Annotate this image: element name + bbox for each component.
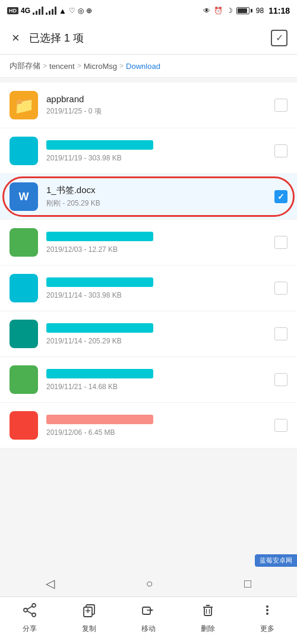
- file-icon-green-2: [10, 365, 38, 394]
- sep-1: >: [77, 62, 81, 70]
- battery-percent: 98: [256, 7, 264, 15]
- svg-rect-9: [143, 607, 150, 614]
- share-label: 分享: [23, 624, 37, 634]
- delete-label: 删除: [201, 624, 215, 634]
- sep-0: >: [43, 62, 47, 70]
- file-icon-green: [10, 228, 38, 257]
- select-all-icon: ✓: [276, 32, 283, 43]
- file-meta: 2019/11/14 - 303.98 KB: [46, 291, 274, 299]
- nav-recents-button[interactable]: □: [235, 573, 261, 594]
- blurred-name: [46, 323, 153, 333]
- svg-point-16: [266, 605, 268, 608]
- file-checkbox[interactable]: [274, 419, 287, 432]
- nav-bar: ◁ ○ □: [0, 570, 297, 596]
- move-label: 移动: [141, 624, 156, 634]
- battery-icon: [236, 7, 252, 14]
- list-item[interactable]: 2019/11/19 - 303.98 KB: [0, 128, 297, 174]
- copy-label: 复制: [82, 624, 96, 634]
- file-info: 1_书签.docx 刚刚 - 205.29 KB: [46, 185, 274, 209]
- delete-icon: [200, 602, 216, 621]
- eye-icon: 👁: [203, 7, 210, 15]
- more-label: 更多: [260, 624, 274, 634]
- breadcrumb-item-2[interactable]: MicroMsg: [84, 62, 117, 71]
- file-checkbox[interactable]: [274, 373, 287, 386]
- blurred-name: [46, 140, 153, 150]
- close-button[interactable]: ×: [10, 28, 22, 48]
- svg-point-17: [266, 609, 268, 611]
- nav-home-button[interactable]: ○: [136, 573, 162, 594]
- signal-bars-2: [46, 7, 56, 15]
- file-checkbox[interactable]: [274, 282, 287, 295]
- extra-icon: ◎: [78, 7, 84, 15]
- sep-2: >: [119, 62, 124, 70]
- list-item[interactable]: 2019/11/14 - 303.98 KB: [0, 266, 297, 311]
- file-icon-cyan: [10, 137, 38, 165]
- breadcrumb-item-1[interactable]: tencent: [49, 62, 75, 71]
- more-icon: [260, 602, 275, 621]
- list-item[interactable]: W 1_书签.docx 刚刚 - 205.29 KB: [0, 174, 297, 220]
- file-name: 1_书签.docx: [46, 185, 274, 196]
- list-item[interactable]: 📁 appbrand 2019/11/25 - 0 项: [0, 83, 297, 128]
- svg-point-0: [32, 604, 36, 607]
- file-meta: 刚刚 - 205.29 KB: [46, 198, 274, 209]
- file-info: 2019/11/14 - 205.29 KB: [46, 323, 274, 345]
- svg-line-3: [27, 607, 32, 610]
- file-checkbox[interactable]: [274, 144, 287, 157]
- file-name-blurred-container: [46, 323, 274, 334]
- status-right: 👁 ⏰ ☽ 98 11:18: [203, 6, 290, 15]
- select-all-button[interactable]: ✓: [271, 30, 287, 46]
- share-icon: [22, 602, 37, 621]
- breadcrumb-item-3[interactable]: Download: [126, 62, 160, 71]
- file-meta: 2019/12/03 - 12.27 KB: [46, 245, 274, 254]
- file-meta: 2019/12/06 - 6.45 MB: [46, 428, 274, 437]
- list-item[interactable]: 2019/11/14 - 205.29 KB: [0, 311, 297, 357]
- file-meta: 2019/11/19 - 303.98 KB: [46, 154, 274, 162]
- network-type: 4G: [21, 7, 30, 15]
- move-icon: [141, 602, 156, 621]
- delete-button[interactable]: 删除: [195, 600, 220, 636]
- file-checkbox-selected[interactable]: [274, 190, 287, 203]
- svg-point-2: [24, 608, 27, 612]
- file-list: 📁 appbrand 2019/11/25 - 0 项 2019/11/19 -…: [0, 83, 297, 449]
- move-button[interactable]: 移动: [136, 600, 161, 636]
- file-info: appbrand 2019/11/25 - 0 项: [46, 94, 274, 116]
- blurred-name: [46, 415, 153, 424]
- breadcrumb: 内部存储 > tencent > MicroMsg > Download: [0, 55, 297, 78]
- file-icon-red: [10, 411, 38, 440]
- breadcrumb-item-0[interactable]: 内部存储: [10, 61, 40, 71]
- more-button[interactable]: 更多: [255, 600, 280, 636]
- file-info: 2019/12/03 - 12.27 KB: [46, 232, 274, 254]
- wifi-icon: ▲: [59, 7, 67, 15]
- list-item[interactable]: 2019/12/03 - 12.27 KB: [0, 220, 297, 266]
- file-name: appbrand: [46, 94, 274, 104]
- blurred-name: [46, 369, 153, 378]
- copy-icon: [81, 602, 97, 621]
- file-meta: 2019/11/25 - 0 项: [46, 106, 274, 116]
- bottom-toolbar: 分享 复制 移动: [0, 596, 297, 644]
- file-checkbox[interactable]: [274, 99, 287, 112]
- nav-back-button[interactable]: ◁: [36, 573, 64, 594]
- top-bar: × 已选择 1 项 ✓: [0, 21, 297, 55]
- file-info: 2019/12/06 - 6.45 MB: [46, 415, 274, 437]
- list-item[interactable]: 2019/12/06 - 6.45 MB: [0, 403, 297, 449]
- file-icon-teal: [10, 320, 38, 348]
- file-checkbox[interactable]: [274, 327, 287, 340]
- file-checkbox[interactable]: [274, 236, 287, 249]
- file-info: 2019/11/14 - 303.98 KB: [46, 277, 274, 299]
- signal-bars: [33, 7, 43, 15]
- signal-extra: ⊕: [86, 7, 92, 15]
- file-name-blurred-container: [46, 277, 274, 289]
- file-name-blurred-container: [46, 140, 274, 151]
- moon-icon: ☽: [226, 7, 233, 15]
- status-bar: HD 4G ▲ ♡ ◎ ⊕ 👁 ⏰ ☽ 98 11:18: [0, 0, 297, 21]
- svg-point-1: [32, 613, 36, 617]
- word-icon: W: [10, 182, 38, 211]
- file-name-blurred-container: [46, 415, 274, 426]
- status-left: HD 4G ▲ ♡ ◎ ⊕: [7, 7, 92, 15]
- copy-button[interactable]: 复制: [77, 600, 102, 636]
- share-button[interactable]: 分享: [17, 600, 42, 636]
- list-item[interactable]: 2019/11/21 - 14.68 KB: [0, 357, 297, 403]
- file-name-blurred-container: [46, 369, 274, 380]
- blurred-name: [46, 277, 153, 287]
- file-meta: 2019/11/14 - 205.29 KB: [46, 337, 274, 345]
